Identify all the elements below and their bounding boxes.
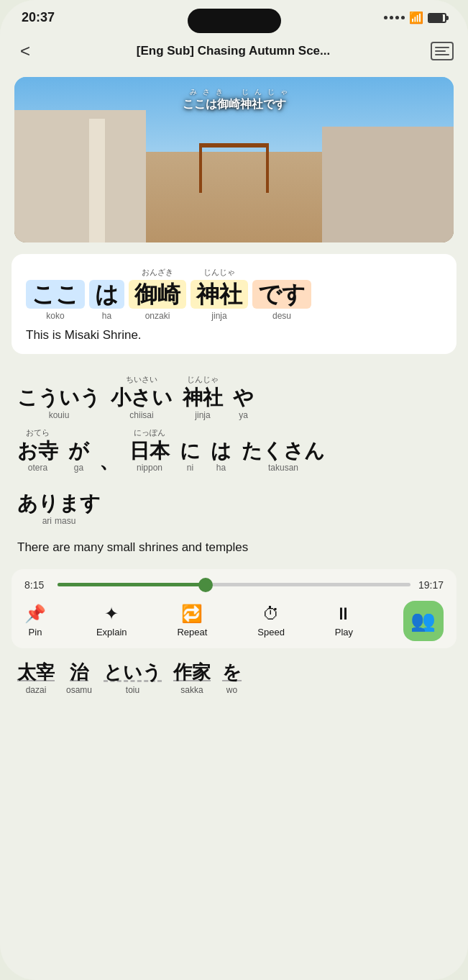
pin-label: Pin xyxy=(29,627,42,638)
sentence2-line1: こういう kouiu ちいさい 小さい chiisai じんじゃ 神社 jinj… xyxy=(17,374,451,420)
explain-icon: ✦ xyxy=(104,604,119,624)
word-chiisai[interactable]: ちいさい 小さい chiisai xyxy=(111,374,173,420)
romaji-nippon: nippon xyxy=(137,463,162,473)
word-kanji-jinja: 神社 xyxy=(191,280,248,309)
word-comma: 、 xyxy=(99,437,119,473)
progress-track[interactable] xyxy=(58,583,410,586)
bottom-word-sakka[interactable]: 作家 sakka xyxy=(173,660,211,695)
furigana-otera: おてら xyxy=(26,427,50,439)
word-kanji-onzaki: 御崎 xyxy=(129,280,186,309)
nav-bar: < [Eng Sub] Chasing Autumn Sce... xyxy=(0,31,468,71)
video-furigana: みさき じんじゃ xyxy=(29,87,454,97)
ai-tutor-button[interactable]: 👥 xyxy=(403,601,444,641)
speed-button[interactable]: ⏱ Speed xyxy=(257,604,285,638)
kanji-ni: に xyxy=(180,439,201,463)
romaji-takusan: takusan xyxy=(268,463,298,473)
word-ha2[interactable]: は ha xyxy=(211,427,231,473)
play-pause-label: Play xyxy=(335,627,353,638)
romaji-ni: ni xyxy=(187,463,193,473)
total-time: 19:17 xyxy=(418,579,444,591)
subtitle-line-2 xyxy=(435,50,446,52)
word-kanji-koko: ここ xyxy=(26,280,85,309)
kanji-takusan: たくさん xyxy=(242,439,325,463)
word-item-onzaki[interactable]: おんざき 御崎 onzaki xyxy=(129,267,186,321)
word-romaji-ha: ha xyxy=(102,311,111,321)
explain-button[interactable]: ✦ Explain xyxy=(96,604,127,638)
shrine-gate xyxy=(199,143,270,193)
romaji-kouiu: kouiu xyxy=(49,410,70,420)
progress-fill xyxy=(58,583,206,586)
translation-1: This is Misaki Shrine. xyxy=(26,328,442,342)
signal-dot-3 xyxy=(395,16,399,19)
battery-icon xyxy=(428,13,446,23)
subtitle-line-3 xyxy=(435,54,449,55)
word-ni[interactable]: に ni xyxy=(180,427,201,473)
romaji-ha2: ha xyxy=(216,463,226,473)
word-item-ha[interactable]: は ha xyxy=(89,267,124,321)
kanji-kouiu: こういう xyxy=(17,386,101,410)
word-kanji-desu: です xyxy=(252,280,311,309)
bottom-word-toiu[interactable]: という toiu xyxy=(104,660,162,695)
word-ya[interactable]: や ya xyxy=(233,374,254,420)
word-ga[interactable]: が ga xyxy=(68,427,89,473)
kanji-jinja2: 神社 xyxy=(183,386,223,410)
video-player[interactable]: みさき じんじゃ ここは御崎神社です xyxy=(14,77,454,242)
romaji-otera: otera xyxy=(28,463,47,473)
furigana-chiisai: ちいさい xyxy=(126,374,157,386)
sentence2-line3: あります ari masu xyxy=(17,480,451,526)
word-takusan[interactable]: たくさん takusan xyxy=(242,427,325,473)
word-arimasu[interactable]: あります ari masu xyxy=(17,480,101,526)
word-item-jinja[interactable]: じんじゃ 神社 jinja xyxy=(191,267,248,321)
bottom-words: 太宰 dazai 治 osamu という toiu 作家 sakka を wo xyxy=(0,654,468,707)
dynamic-island xyxy=(188,9,281,33)
current-time: 8:15 xyxy=(24,579,50,591)
second-sentence: こういう kouiu ちいさい 小さい chiisai じんじゃ 神社 jinj… xyxy=(0,363,468,540)
back-button[interactable]: < xyxy=(14,38,36,64)
bottom-romaji-sakka: sakka xyxy=(180,685,203,695)
translation-2: There are many small shrines and temples xyxy=(0,540,468,555)
play-pause-icon: ⏸ xyxy=(335,604,352,624)
bottom-kanji-toiu: という xyxy=(104,660,162,685)
furigana-nippon: にっぽん xyxy=(134,427,165,439)
word-otera[interactable]: おてら お寺 otera xyxy=(17,427,58,473)
romaji-jinja2: jinja xyxy=(195,410,210,420)
controls-row: 📌 Pin ✦ Explain 🔁 Repeat ⏱ Speed ⏸ Play … xyxy=(24,601,444,641)
speed-icon: ⏱ xyxy=(262,604,280,624)
player-area: 8:15 19:17 📌 Pin ✦ Explain 🔁 Repeat ⏱ xyxy=(12,569,456,648)
pin-button[interactable]: 📌 Pin xyxy=(24,604,46,638)
romaji-ga: ga xyxy=(74,463,83,473)
nav-title: [Eng Sub] Chasing Autumn Sce... xyxy=(36,44,431,58)
pin-icon: 📌 xyxy=(24,604,46,624)
word-item-koko[interactable]: ここ koko xyxy=(26,267,85,321)
word-furigana-jinja: じんじゃ xyxy=(203,267,235,278)
repeat-button[interactable]: 🔁 Repeat xyxy=(177,604,207,638)
bottom-romaji-toiu: toiu xyxy=(126,685,139,695)
status-icons: 📶 xyxy=(384,11,446,24)
bottom-romaji-wo: wo xyxy=(226,685,237,695)
bottom-romaji-osamu: osamu xyxy=(66,685,92,695)
word-romaji-jinja: jinja xyxy=(211,311,226,321)
word-romaji-desu: desu xyxy=(272,311,291,321)
romaji-ari: ari xyxy=(42,516,52,526)
word-row-1: ここ koko は ha おんざき 御崎 onzaki じんじゃ 神社 jinj… xyxy=(26,267,442,321)
bottom-word-osamu[interactable]: 治 osamu xyxy=(66,660,92,695)
word-nippon[interactable]: にっぽん 日本 nippon xyxy=(129,427,170,473)
romaji-ya: ya xyxy=(239,410,248,420)
sentence2-line2: おてら お寺 otera が ga 、 にっぽん 日本 nippon に xyxy=(17,427,451,473)
word-item-desu[interactable]: です desu xyxy=(252,267,311,321)
progress-thumb[interactable] xyxy=(198,578,213,592)
word-kanji-ha: は xyxy=(89,280,124,309)
subtitle-toggle-button[interactable] xyxy=(431,42,454,60)
romaji-chiisai: chiisai xyxy=(129,410,153,420)
bottom-kanji-dazai: 太宰 xyxy=(17,660,55,685)
furigana-jinja2: じんじゃ xyxy=(187,374,219,386)
signal-dots xyxy=(384,16,405,19)
bottom-word-dazai[interactable]: 太宰 dazai xyxy=(17,660,55,695)
phone-frame: 20:37 📶 < [Eng Sub] Chasing Autumn Sce..… xyxy=(0,0,468,980)
kanji-ya: や xyxy=(233,386,254,410)
building-left xyxy=(14,110,146,242)
bottom-word-wo[interactable]: を wo xyxy=(222,660,242,695)
word-kouiu[interactable]: こういう kouiu xyxy=(17,374,101,420)
word-jinja2[interactable]: じんじゃ 神社 jinja xyxy=(183,374,223,420)
play-pause-button[interactable]: ⏸ Play xyxy=(335,604,353,638)
